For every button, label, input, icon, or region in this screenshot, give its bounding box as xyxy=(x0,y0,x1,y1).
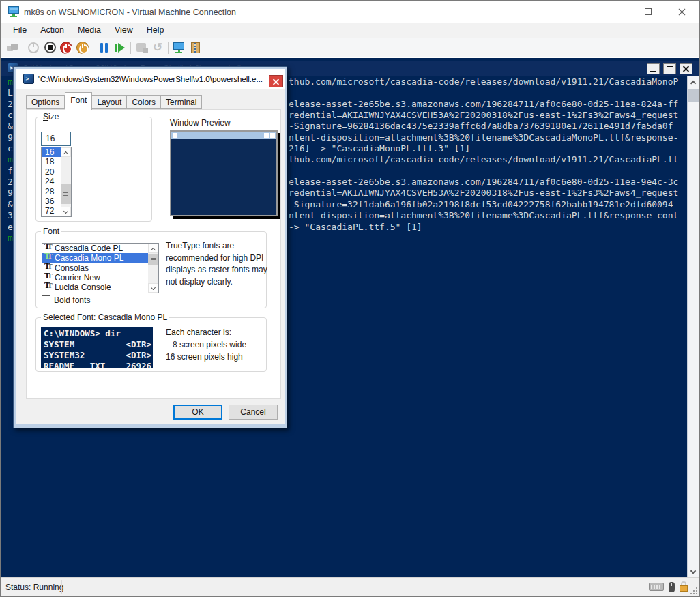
keyboard-icon xyxy=(649,583,664,591)
font-list-scrollbar[interactable] xyxy=(148,244,158,293)
truetype-icon: TT xyxy=(44,264,55,272)
size-option[interactable]: 36 xyxy=(42,196,61,206)
window-preview xyxy=(170,130,278,216)
scroll-down-icon[interactable] xyxy=(688,566,699,578)
maximize-button[interactable] xyxy=(632,1,665,23)
start-icon[interactable] xyxy=(25,40,42,55)
revert-icon[interactable]: ↺ xyxy=(149,40,166,55)
console-line-left: m xyxy=(8,154,13,165)
scroll-up-icon[interactable] xyxy=(61,147,71,157)
statusbar: Status: Running xyxy=(1,577,699,596)
size-option[interactable]: 20 xyxy=(42,167,61,177)
menu-media[interactable]: Media xyxy=(71,23,108,38)
titlebar: mk8s on WSLNOMICRON - Virtual Machine Co… xyxy=(1,1,699,23)
lock-icon xyxy=(680,581,688,592)
console-line-left: 2 xyxy=(8,177,13,188)
caption-buttons xyxy=(598,1,699,23)
truetype-icon: TT xyxy=(44,244,55,252)
resume-icon[interactable] xyxy=(112,40,128,55)
console-line-left: & xyxy=(8,121,13,132)
console-line-right: 216] -> "CascadiaMonoPL.ttf.3" [1] xyxy=(289,143,470,154)
font-list-item[interactable]: TTLucida Console xyxy=(42,282,149,292)
font-list-item-selected[interactable]: TTCascadia Mono PL xyxy=(42,253,149,263)
powershell-icon: >_ xyxy=(23,74,34,84)
scrollbar-thumb[interactable] xyxy=(61,184,71,204)
close-button[interactable] xyxy=(665,1,699,23)
console-line-right: -Signature=96284136dac4375e2339affc6d7a8… xyxy=(289,121,673,132)
resize-grip[interactable] xyxy=(689,586,697,594)
minimize-button[interactable] xyxy=(598,1,632,23)
console-line-left: 3 xyxy=(8,210,13,221)
dialog-titlebar: >_ "C:\Windows\System32\WindowsPowerShel… xyxy=(16,69,285,89)
pause-icon[interactable] xyxy=(96,40,112,55)
size-group: Size 16 16 18 20 24 28 36 72 xyxy=(35,117,152,222)
cancel-button[interactable]: Cancel xyxy=(229,405,278,420)
font-list-item[interactable]: TTCourier New xyxy=(42,273,149,282)
scroll-up-icon[interactable] xyxy=(688,76,699,88)
enhanced-session-icon[interactable] xyxy=(171,40,187,55)
font-group: Font TTCascadia Code PL TTCascadia Mono … xyxy=(35,231,267,308)
dialog-close-button[interactable] xyxy=(269,75,283,87)
scroll-down-icon[interactable] xyxy=(61,207,71,216)
window-preview-label: Window Preview xyxy=(170,118,231,128)
toolbar: ↺ xyxy=(1,38,699,57)
console-line-right: ntent-disposition=attachment%3B%20filena… xyxy=(289,210,678,221)
truetype-icon: TT xyxy=(44,274,55,282)
scroll-up-icon[interactable] xyxy=(148,244,158,253)
share-icon[interactable] xyxy=(187,40,203,55)
tab-colors[interactable]: Colors xyxy=(127,95,161,109)
selected-font-label: Selected Font: Cascadia Mono PL xyxy=(41,312,169,322)
console-close-button[interactable] xyxy=(680,63,692,74)
menubar: File Action Media View Help xyxy=(1,23,699,38)
console-line-right: elease-asset-2e65be.s3.amazonaws.com/196… xyxy=(289,99,678,110)
scrollbar-thumb[interactable] xyxy=(148,254,158,265)
console-minimize-button[interactable] xyxy=(647,63,660,74)
size-option[interactable]: 72 xyxy=(42,206,61,216)
truetype-note: TrueType fonts are recommended for high … xyxy=(166,240,275,288)
tab-font[interactable]: Font xyxy=(65,92,92,110)
bold-fonts-checkbox[interactable] xyxy=(42,295,50,304)
truetype-icon: TT xyxy=(44,254,55,262)
menu-file[interactable]: File xyxy=(6,23,33,38)
size-list-scrollbar[interactable] xyxy=(61,147,71,216)
menu-view[interactable]: View xyxy=(108,23,140,38)
console-scrollbar[interactable] xyxy=(687,76,699,578)
size-option[interactable]: 28 xyxy=(42,187,61,196)
console-properties-dialog: >_ "C:\Windows\System32\WindowsPowerShel… xyxy=(13,66,287,428)
ctrl-alt-del-icon[interactable] xyxy=(4,40,20,55)
console-maximize-button[interactable] xyxy=(663,63,676,74)
window-preview-titlebar xyxy=(171,132,276,139)
size-option[interactable]: 16 xyxy=(42,147,61,157)
console-line-right: redential=AKIAIWNJYAX4CSVEH53A%2F2020031… xyxy=(289,188,678,199)
tab-terminal[interactable]: Terminal xyxy=(161,95,202,109)
tab-layout[interactable]: Layout xyxy=(92,95,127,109)
console-line-left: f xyxy=(8,166,13,177)
size-option[interactable]: 24 xyxy=(42,177,61,186)
scroll-down-icon[interactable] xyxy=(148,283,158,293)
save-state-icon[interactable] xyxy=(74,40,91,55)
tab-options[interactable]: Options xyxy=(26,95,65,109)
vm-connection-window: mk8s on WSLNOMICRON - Virtual Machine Co… xyxy=(0,0,700,597)
checkpoint-icon[interactable] xyxy=(133,40,149,55)
size-input[interactable]: 16 xyxy=(41,132,71,146)
menu-help[interactable]: Help xyxy=(140,23,171,38)
truetype-icon: TT xyxy=(44,283,55,291)
hyperv-app-icon xyxy=(8,6,20,18)
font-group-label: Font xyxy=(41,227,61,236)
turn-off-icon[interactable] xyxy=(42,40,58,55)
console-line-right: thub.com/microsoft/cascadia-code/release… xyxy=(289,154,678,165)
size-option[interactable]: 18 xyxy=(42,157,61,166)
ok-button[interactable]: OK xyxy=(173,405,222,420)
console-line-left: 2 xyxy=(8,99,13,110)
scrollbar-thumb[interactable] xyxy=(688,89,699,102)
console-line-right: redential=AKIAIWNJYAX4CSVEH53A%2F2020031… xyxy=(289,110,678,121)
font-list-item[interactable]: TTConsolas xyxy=(42,263,149,273)
console-line-left: 9 xyxy=(8,188,13,199)
shut-down-icon[interactable] xyxy=(58,40,74,55)
console-line-left: 9 xyxy=(8,132,13,143)
console-line-left: c xyxy=(8,110,13,121)
mouse-icon xyxy=(669,582,675,592)
bold-fonts-label: Bold fonts xyxy=(54,295,90,305)
menu-action[interactable]: Action xyxy=(33,23,71,38)
font-list-item[interactable]: TTCascadia Code PL xyxy=(42,244,149,253)
